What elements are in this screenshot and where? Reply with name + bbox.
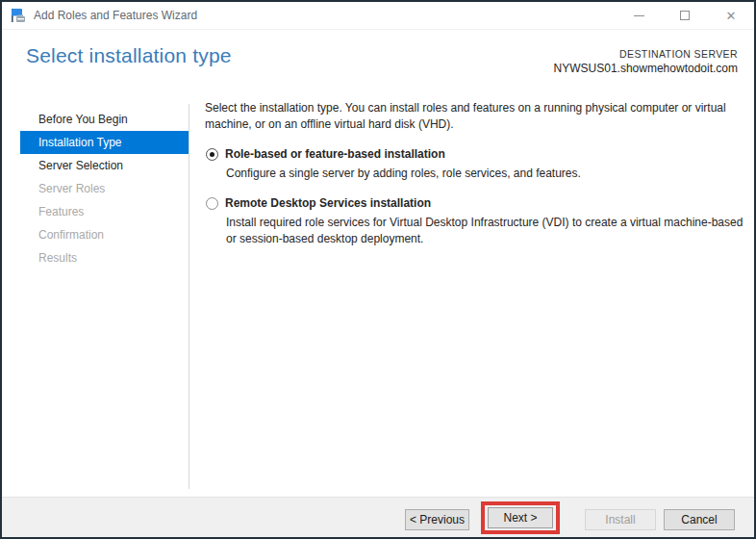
- cancel-button[interactable]: Cancel: [664, 509, 735, 530]
- minimize-button[interactable]: [616, 2, 662, 29]
- main-content: Select the installation type. You can in…: [205, 100, 756, 247]
- server-manager-icon: [10, 8, 26, 23]
- title-bar[interactable]: Add Roles and Features Wizard ✕: [2, 2, 754, 30]
- next-button[interactable]: Next >: [488, 507, 553, 528]
- destination-server-block: DESTINATION SERVER NYWSUS01.showmehowtod…: [554, 48, 738, 76]
- sidebar-item-confirmation: Confirmation: [20, 223, 189, 246]
- option-description-remote-desktop: Install required role services for Virtu…: [226, 215, 756, 247]
- radio-option-role-based[interactable]: Role-based or feature-based installation: [205, 147, 756, 162]
- radio-option-remote-desktop[interactable]: Remote Desktop Services installation: [205, 196, 756, 211]
- close-icon: ✕: [726, 10, 737, 22]
- destination-server-name: NYWSUS01.showmehowtodoit.com: [554, 62, 738, 76]
- install-button: Install: [585, 509, 656, 530]
- option-description-role-based: Configure a single server by adding role…: [226, 166, 756, 182]
- sidebar-item-before-you-begin[interactable]: Before You Begin: [20, 108, 189, 131]
- page-title: Select installation type: [26, 44, 232, 67]
- maximize-button[interactable]: [662, 2, 708, 29]
- sidebar-item-results: Results: [20, 246, 189, 270]
- next-button-highlight-annotation: Next >: [481, 501, 560, 534]
- wizard-steps-sidebar: Before You Begin Installation Type Serve…: [2, 108, 189, 270]
- previous-button[interactable]: < Previous: [405, 509, 469, 530]
- sidebar-item-features: Features: [20, 200, 189, 223]
- wizard-window: Add Roles and Features Wizard ✕ Select i…: [0, 0, 756, 539]
- window-title: Add Roles and Features Wizard: [34, 9, 616, 22]
- option-label-role-based[interactable]: Role-based or feature-based installation: [225, 147, 445, 162]
- intro-text: Select the installation type. You can in…: [205, 100, 756, 133]
- radio-button-unselected-icon[interactable]: [206, 197, 218, 210]
- radio-button-selected-icon[interactable]: [206, 148, 218, 161]
- maximize-icon: [680, 11, 690, 20]
- sidebar-item-installation-type[interactable]: Installation Type: [20, 131, 189, 154]
- sidebar-item-server-roles: Server Roles: [20, 177, 189, 200]
- destination-server-label: DESTINATION SERVER: [554, 48, 738, 61]
- minimize-icon: [634, 15, 644, 16]
- sidebar-content-divider: [189, 104, 189, 489]
- close-button[interactable]: ✕: [708, 2, 754, 29]
- option-label-remote-desktop[interactable]: Remote Desktop Services installation: [225, 196, 431, 211]
- sidebar-item-server-selection[interactable]: Server Selection: [20, 154, 189, 177]
